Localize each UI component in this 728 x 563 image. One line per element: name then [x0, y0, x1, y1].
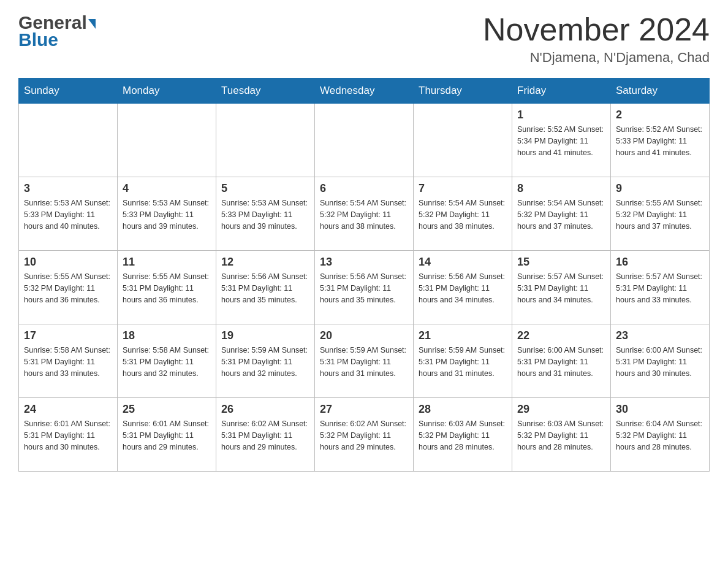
day-info: Sunrise: 6:00 AM Sunset: 5:31 PM Dayligh… [616, 345, 704, 379]
calendar-cell: 15Sunrise: 5:57 AM Sunset: 5:31 PM Dayli… [512, 251, 611, 324]
day-info: Sunrise: 6:03 AM Sunset: 5:32 PM Dayligh… [419, 418, 507, 453]
day-number: 2 [616, 109, 704, 121]
day-info: Sunrise: 5:53 AM Sunset: 5:33 PM Dayligh… [24, 197, 112, 232]
day-number: 26 [221, 403, 309, 416]
calendar-cell: 14Sunrise: 5:56 AM Sunset: 5:31 PM Dayli… [414, 251, 512, 324]
day-info: Sunrise: 5:54 AM Sunset: 5:32 PM Dayligh… [517, 197, 605, 232]
calendar-cell: 7Sunrise: 5:54 AM Sunset: 5:32 PM Daylig… [414, 177, 512, 251]
day-number: 19 [221, 329, 309, 342]
calendar-cell: 6Sunrise: 5:54 AM Sunset: 5:32 PM Daylig… [315, 177, 414, 251]
calendar-week-1: 1Sunrise: 5:52 AM Sunset: 5:34 PM Daylig… [19, 104, 710, 177]
calendar-week-3: 10Sunrise: 5:55 AM Sunset: 5:32 PM Dayli… [19, 251, 710, 324]
page-header: General Blue November 2024 N'Djamena, N'… [18, 12, 710, 66]
calendar-cell [315, 104, 414, 177]
day-info: Sunrise: 5:56 AM Sunset: 5:31 PM Dayligh… [419, 271, 507, 305]
day-number: 18 [123, 329, 211, 342]
title-section: November 2024 N'Djamena, N'Djamena, Chad [483, 12, 710, 66]
day-number: 21 [419, 329, 507, 342]
day-number: 24 [24, 403, 112, 416]
day-number: 13 [320, 256, 408, 269]
calendar-cell: 23Sunrise: 6:00 AM Sunset: 5:31 PM Dayli… [611, 324, 710, 398]
calendar-cell: 11Sunrise: 5:55 AM Sunset: 5:31 PM Dayli… [118, 251, 216, 324]
day-info: Sunrise: 6:04 AM Sunset: 5:32 PM Dayligh… [616, 418, 704, 453]
day-number: 12 [221, 256, 309, 269]
calendar-cell: 18Sunrise: 5:58 AM Sunset: 5:31 PM Dayli… [118, 324, 216, 398]
day-number: 16 [616, 256, 704, 269]
day-info: Sunrise: 5:59 AM Sunset: 5:31 PM Dayligh… [419, 345, 507, 379]
day-info: Sunrise: 5:52 AM Sunset: 5:34 PM Dayligh… [517, 124, 605, 158]
day-info: Sunrise: 5:54 AM Sunset: 5:32 PM Dayligh… [320, 197, 408, 232]
logo-blue-text: Blue [18, 29, 58, 50]
day-number: 28 [419, 403, 507, 416]
calendar-cell: 25Sunrise: 6:01 AM Sunset: 5:31 PM Dayli… [118, 398, 216, 472]
day-header-wednesday: Wednesday [315, 79, 414, 104]
day-info: Sunrise: 5:55 AM Sunset: 5:31 PM Dayligh… [123, 271, 211, 305]
day-header-saturday: Saturday [611, 79, 710, 104]
day-number: 9 [616, 182, 704, 195]
logo: General Blue [18, 12, 96, 50]
day-number: 3 [24, 182, 112, 195]
day-number: 10 [24, 256, 112, 269]
month-title: November 2024 [483, 12, 710, 47]
calendar-cell: 12Sunrise: 5:56 AM Sunset: 5:31 PM Dayli… [216, 251, 315, 324]
day-info: Sunrise: 5:56 AM Sunset: 5:31 PM Dayligh… [320, 271, 408, 305]
calendar-cell: 20Sunrise: 5:59 AM Sunset: 5:31 PM Dayli… [315, 324, 414, 398]
calendar-cell: 19Sunrise: 5:59 AM Sunset: 5:31 PM Dayli… [216, 324, 315, 398]
calendar-cell: 28Sunrise: 6:03 AM Sunset: 5:32 PM Dayli… [414, 398, 512, 472]
calendar-cell: 10Sunrise: 5:55 AM Sunset: 5:32 PM Dayli… [19, 251, 118, 324]
calendar-cell: 4Sunrise: 5:53 AM Sunset: 5:33 PM Daylig… [118, 177, 216, 251]
day-info: Sunrise: 5:58 AM Sunset: 5:31 PM Dayligh… [24, 345, 112, 379]
day-number: 5 [221, 182, 309, 195]
day-info: Sunrise: 5:55 AM Sunset: 5:32 PM Dayligh… [24, 271, 112, 305]
day-number: 25 [123, 403, 211, 416]
calendar-week-5: 24Sunrise: 6:01 AM Sunset: 5:31 PM Dayli… [19, 398, 710, 472]
day-number: 4 [123, 182, 211, 195]
day-info: Sunrise: 5:59 AM Sunset: 5:31 PM Dayligh… [221, 345, 309, 379]
day-number: 7 [419, 182, 507, 195]
day-info: Sunrise: 5:57 AM Sunset: 5:31 PM Dayligh… [517, 271, 605, 305]
calendar-cell: 13Sunrise: 5:56 AM Sunset: 5:31 PM Dayli… [315, 251, 414, 324]
calendar-cell: 2Sunrise: 5:52 AM Sunset: 5:33 PM Daylig… [611, 104, 710, 177]
day-number: 30 [616, 403, 704, 416]
calendar-cell: 1Sunrise: 5:52 AM Sunset: 5:34 PM Daylig… [512, 104, 611, 177]
day-info: Sunrise: 5:58 AM Sunset: 5:31 PM Dayligh… [123, 345, 211, 379]
day-info: Sunrise: 5:54 AM Sunset: 5:32 PM Dayligh… [419, 197, 507, 232]
calendar-cell: 29Sunrise: 6:03 AM Sunset: 5:32 PM Dayli… [512, 398, 611, 472]
day-info: Sunrise: 5:59 AM Sunset: 5:31 PM Dayligh… [320, 345, 408, 379]
day-info: Sunrise: 6:00 AM Sunset: 5:31 PM Dayligh… [517, 345, 605, 379]
day-header-row: SundayMondayTuesdayWednesdayThursdayFrid… [19, 79, 710, 104]
day-number: 22 [517, 329, 605, 342]
calendar-cell: 5Sunrise: 5:53 AM Sunset: 5:33 PM Daylig… [216, 177, 315, 251]
day-info: Sunrise: 6:01 AM Sunset: 5:31 PM Dayligh… [123, 418, 211, 453]
day-number: 17 [24, 329, 112, 342]
day-info: Sunrise: 5:56 AM Sunset: 5:31 PM Dayligh… [221, 271, 309, 305]
calendar-cell [19, 104, 118, 177]
day-header-monday: Monday [118, 79, 216, 104]
day-info: Sunrise: 5:53 AM Sunset: 5:33 PM Dayligh… [123, 197, 211, 232]
calendar-cell: 8Sunrise: 5:54 AM Sunset: 5:32 PM Daylig… [512, 177, 611, 251]
day-number: 27 [320, 403, 408, 416]
calendar-cell: 3Sunrise: 5:53 AM Sunset: 5:33 PM Daylig… [19, 177, 118, 251]
day-header-thursday: Thursday [414, 79, 512, 104]
day-number: 1 [517, 109, 605, 121]
day-info: Sunrise: 5:52 AM Sunset: 5:33 PM Dayligh… [616, 124, 704, 158]
day-info: Sunrise: 6:03 AM Sunset: 5:32 PM Dayligh… [517, 418, 605, 453]
calendar-cell [118, 104, 216, 177]
day-header-sunday: Sunday [19, 79, 118, 104]
day-info: Sunrise: 6:02 AM Sunset: 5:31 PM Dayligh… [221, 418, 309, 453]
day-number: 8 [517, 182, 605, 195]
day-number: 29 [517, 403, 605, 416]
calendar-table: SundayMondayTuesdayWednesdayThursdayFrid… [18, 78, 710, 472]
day-number: 11 [123, 256, 211, 269]
day-number: 6 [320, 182, 408, 195]
calendar-header: SundayMondayTuesdayWednesdayThursdayFrid… [19, 79, 710, 104]
location-subtitle: N'Djamena, N'Djamena, Chad [483, 50, 710, 66]
calendar-cell [414, 104, 512, 177]
calendar-cell: 16Sunrise: 5:57 AM Sunset: 5:31 PM Dayli… [611, 251, 710, 324]
calendar-cell: 21Sunrise: 5:59 AM Sunset: 5:31 PM Dayli… [414, 324, 512, 398]
calendar-cell: 27Sunrise: 6:02 AM Sunset: 5:32 PM Dayli… [315, 398, 414, 472]
day-header-tuesday: Tuesday [216, 79, 315, 104]
calendar-cell: 17Sunrise: 5:58 AM Sunset: 5:31 PM Dayli… [19, 324, 118, 398]
calendar-cell [216, 104, 315, 177]
day-number: 23 [616, 329, 704, 342]
